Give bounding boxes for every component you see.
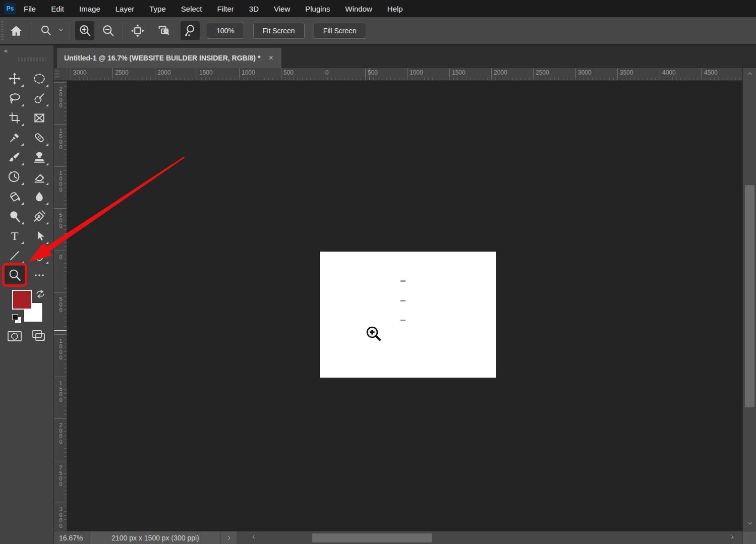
document-tab[interactable]: Untitled-1 @ 16.7% (WEBSITE BUILDER INSI…	[57, 48, 281, 68]
canvas-area[interactable]	[67, 81, 742, 531]
zoom-all-windows-icon[interactable]	[154, 21, 173, 40]
document-canvas[interactable]	[320, 252, 496, 378]
foreground-color-swatch[interactable]	[12, 290, 32, 310]
separator	[31, 22, 31, 39]
menu-window[interactable]: Window	[337, 0, 379, 17]
swap-colors-icon[interactable]	[35, 289, 45, 301]
history-brush-tool[interactable]	[4, 167, 25, 187]
ruler-origin-corner[interactable]	[54, 68, 67, 81]
collapse-panel-button[interactable]: «	[4, 47, 8, 54]
menu-image[interactable]: Image	[72, 0, 108, 17]
scroll-up-icon[interactable]	[747, 70, 753, 78]
status-expand-icon[interactable]	[220, 531, 237, 544]
scroll-left-icon[interactable]	[251, 533, 257, 542]
zoom-in-icon[interactable]	[75, 21, 94, 40]
scroll-right-icon[interactable]	[729, 533, 735, 542]
blur-tool[interactable]	[29, 187, 50, 206]
menu-filter[interactable]: Filter	[210, 0, 242, 17]
ruler-label: 2500	[536, 69, 549, 76]
menu-type[interactable]: Type	[142, 0, 173, 17]
brush-tool[interactable]	[4, 148, 25, 167]
frame-tool[interactable]	[29, 108, 50, 128]
ruler-label: 4000	[662, 69, 676, 76]
screen-mode-icon[interactable]	[31, 329, 46, 345]
quick-mask-mode-icon[interactable]	[7, 330, 22, 345]
status-bar: 16.67% 2100 px x 1500 px (300 ppi)	[54, 531, 756, 544]
ruler-label: 0	[325, 69, 329, 76]
menu-view[interactable]: View	[266, 0, 298, 17]
document-placeholder-text	[400, 300, 405, 301]
ruler-label: 2000	[494, 69, 507, 76]
lasso-tool[interactable]	[4, 89, 25, 108]
menu-help[interactable]: Help	[380, 0, 411, 17]
ruler-label: 1000	[57, 170, 64, 192]
vertical-scrollbar[interactable]	[742, 68, 756, 531]
eraser-tool[interactable]	[29, 167, 50, 187]
ruler-label: 4500	[704, 69, 718, 76]
scroll-down-icon[interactable]	[747, 520, 753, 528]
line-tool[interactable]	[4, 246, 25, 265]
ruler-label: 2000	[157, 69, 171, 76]
tools-panel-grip[interactable]	[18, 57, 46, 62]
horizontal-scrollbar[interactable]	[262, 531, 724, 544]
close-tab-icon[interactable]: ×	[268, 53, 273, 63]
healing-brush-tool[interactable]	[29, 128, 50, 147]
horizontal-ruler[interactable]: 3000 2500 2000 1500 1000 500 0 500 1000 …	[67, 68, 742, 81]
ruler-label: 3000	[578, 69, 592, 76]
scrollbar-corner	[742, 531, 756, 544]
ruler-cursor-indicator	[370, 68, 370, 81]
marquee-tool[interactable]	[29, 69, 50, 88]
zoom-tool[interactable]	[4, 266, 25, 285]
chevron-down-icon[interactable]	[57, 26, 65, 35]
menu-select[interactable]: Select	[173, 0, 210, 17]
pen-tool[interactable]	[29, 207, 50, 226]
ruler-label: 500	[57, 212, 64, 228]
document-dimensions: 2100 px x 1500 px (300 ppi)	[90, 531, 220, 544]
quick-selection-tool[interactable]	[29, 89, 50, 108]
ruler-label: 0	[57, 254, 64, 260]
ruler-label: 1500	[57, 128, 64, 150]
ruler-label: 1000	[242, 69, 255, 76]
menu-3d[interactable]: 3D	[242, 0, 266, 17]
tools-panel: «	[0, 45, 54, 544]
eyedropper-tool[interactable]	[4, 128, 25, 147]
options-bar-grip[interactable]	[1, 21, 4, 40]
edit-toolbar-ellipsis-icon[interactable]	[29, 266, 50, 285]
type-tool[interactable]: T	[4, 226, 25, 246]
menu-bar: Ps File Edit Image Layer Type Select Fil…	[0, 0, 756, 17]
ruler-label: 1500	[199, 69, 213, 76]
path-selection-tool[interactable]	[29, 226, 50, 246]
clone-stamp-tool[interactable]	[29, 148, 50, 167]
paint-bucket-tool[interactable]	[4, 187, 25, 206]
crop-tool[interactable]	[4, 108, 25, 128]
hand-tool[interactable]	[29, 246, 50, 265]
document-placeholder-text	[400, 280, 405, 282]
ruler-label: 3500	[620, 69, 633, 76]
status-zoom-level[interactable]: 16.67%	[54, 531, 90, 544]
zoom-tool-preset-icon[interactable]	[36, 21, 55, 40]
move-tool[interactable]	[4, 69, 25, 88]
vertical-scrollbar-thumb[interactable]	[745, 185, 754, 407]
scrubby-zoom-icon[interactable]	[181, 21, 200, 40]
fit-screen-button[interactable]: Fit Screen	[253, 23, 305, 39]
document-tab-bar: Untitled-1 @ 16.7% (WEBSITE BUILDER INSI…	[54, 45, 756, 68]
resize-windows-to-fit-icon[interactable]	[128, 21, 147, 40]
dodge-tool[interactable]	[4, 207, 25, 226]
photoshop-logo-icon: Ps	[4, 3, 16, 15]
separator	[123, 22, 123, 39]
vertical-ruler[interactable]: 2000 1500 1000 500 0 500 1000 1500 2000 …	[54, 81, 67, 531]
menu-edit[interactable]: Edit	[43, 0, 72, 17]
ruler-label: 3000	[73, 69, 87, 76]
fill-screen-button[interactable]: Fill Screen	[314, 23, 366, 39]
menu-file[interactable]: File	[16, 0, 43, 17]
zoom-out-icon[interactable]	[98, 21, 118, 40]
document-placeholder-text	[400, 320, 405, 321]
horizontal-scrollbar-thumb[interactable]	[312, 533, 432, 542]
zoom-100-button[interactable]: 100%	[207, 23, 244, 39]
home-icon[interactable]	[7, 21, 26, 40]
ruler-label: 2000	[57, 422, 64, 444]
default-colors-icon[interactable]	[12, 314, 22, 324]
menu-layer[interactable]: Layer	[108, 0, 142, 17]
menu-plugins[interactable]: Plugins	[298, 0, 337, 17]
ruler-label: 1000	[57, 338, 64, 360]
